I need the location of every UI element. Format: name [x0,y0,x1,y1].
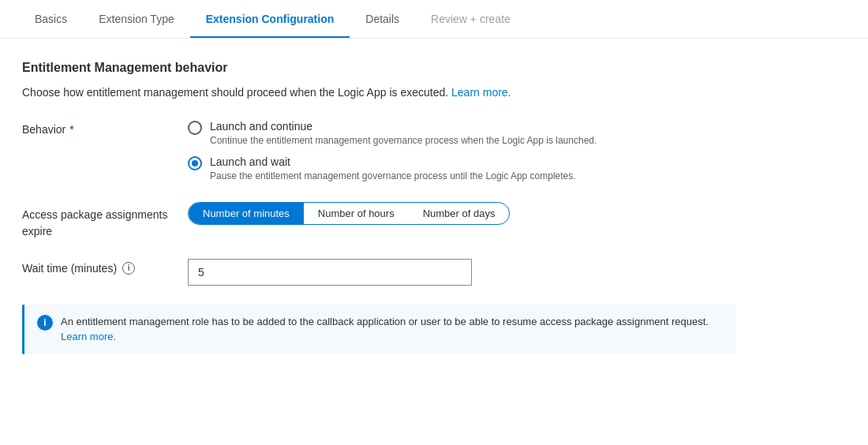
toggle-hours[interactable]: Number of hours [304,203,409,224]
wait-time-label: Wait time (minutes) i [22,259,188,275]
behavior-label: Behavior * [22,120,188,136]
info-bar: i An entitlement management role has to … [22,305,735,354]
radio-title-launch-wait: Launch and wait [210,155,576,168]
tab-review-create: Review + create [415,0,526,38]
wait-time-info-icon[interactable]: i [122,262,135,275]
radio-circle-launch-continue [188,121,202,135]
radio-subtitle-launch-wait: Pause the entitlement management governa… [210,170,576,183]
tab-extension-configuration[interactable]: Extension Configuration [190,0,350,38]
toggle-days[interactable]: Number of days [409,203,510,224]
radio-launch-continue[interactable]: Launch and continue Continue the entitle… [188,120,735,148]
description: Choose how entitlement management should… [22,84,735,101]
tab-basics[interactable]: Basics [19,0,83,38]
radio-subtitle-launch-continue: Continue the entitlement management gove… [210,134,597,148]
nav-tabs: Basics Extension Type Extension Configur… [0,0,868,39]
info-icon: i [37,315,53,331]
tab-details[interactable]: Details [350,0,415,38]
radio-title-launch-continue: Launch and continue [210,120,597,133]
behavior-row: Behavior * Launch and continue Continue … [22,120,735,183]
toggle-group-container: Number of minutes Number of hours Number… [188,202,735,225]
required-marker: * [69,123,73,136]
wait-time-row: Wait time (minutes) i 5 [22,259,735,286]
radio-circle-launch-wait [188,156,202,170]
tab-extension-type[interactable]: Extension Type [83,0,189,38]
wait-time-input-container: 5 [188,259,735,286]
learn-more-link-bottom[interactable]: Learn more. [61,331,116,342]
section-title: Entitlement Management behavior [22,61,735,75]
info-bar-text: An entitlement management role has to be… [61,314,723,345]
expire-toggle-group: Number of minutes Number of hours Number… [188,202,510,225]
main-content: Entitlement Management behavior Choose h… [0,39,758,373]
description-text: Choose how entitlement management should… [22,86,448,99]
wait-time-input[interactable]: 5 [188,259,472,286]
behavior-radio-group: Launch and continue Continue the entitle… [188,120,735,183]
expire-row: Access package assignments expire Number… [22,202,735,240]
expire-label: Access package assignments expire [22,202,188,240]
learn-more-link-top[interactable]: Learn more. [451,86,511,99]
radio-launch-wait[interactable]: Launch and wait Pause the entitlement ma… [188,155,735,183]
toggle-minutes[interactable]: Number of minutes [189,203,304,224]
